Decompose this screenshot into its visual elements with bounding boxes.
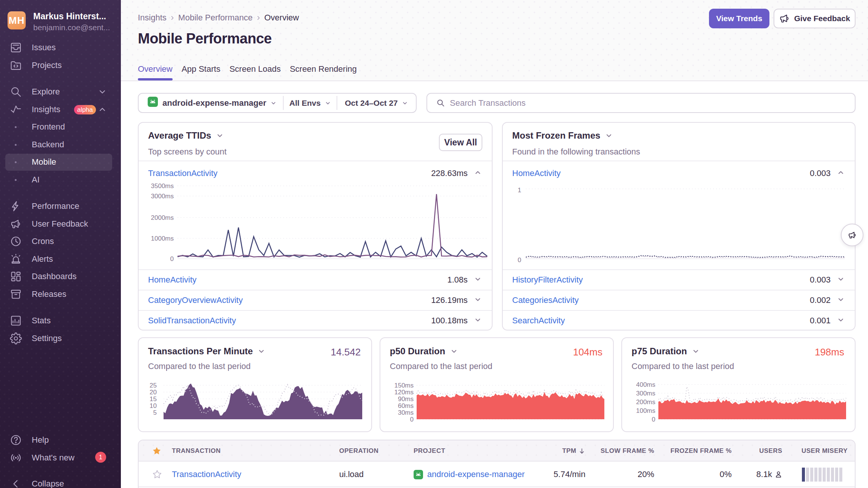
svg-text:0: 0 xyxy=(410,416,414,423)
svg-text:120ms: 120ms xyxy=(394,389,414,396)
svg-text:3000ms: 3000ms xyxy=(151,193,174,200)
svg-text:10: 10 xyxy=(150,402,157,409)
svg-text:20: 20 xyxy=(150,389,157,396)
svg-text:400ms: 400ms xyxy=(636,381,655,388)
svg-text:30ms: 30ms xyxy=(398,409,414,416)
svg-text:5: 5 xyxy=(153,409,157,416)
svg-text:2000ms: 2000ms xyxy=(151,214,174,221)
svg-text:0: 0 xyxy=(518,256,521,264)
svg-text:60ms: 60ms xyxy=(398,402,414,409)
svg-text:100ms: 100ms xyxy=(636,407,655,414)
svg-text:0: 0 xyxy=(652,416,655,423)
svg-text:90ms: 90ms xyxy=(398,395,414,403)
svg-text:1000ms: 1000ms xyxy=(151,235,174,242)
svg-text:25: 25 xyxy=(150,382,157,389)
svg-text:150ms: 150ms xyxy=(394,382,414,389)
svg-text:200ms: 200ms xyxy=(636,398,655,406)
svg-text:0: 0 xyxy=(170,255,174,263)
svg-text:1: 1 xyxy=(518,187,521,194)
svg-text:15: 15 xyxy=(150,395,157,403)
svg-text:3500ms: 3500ms xyxy=(151,182,174,190)
svg-text:300ms: 300ms xyxy=(636,390,655,397)
